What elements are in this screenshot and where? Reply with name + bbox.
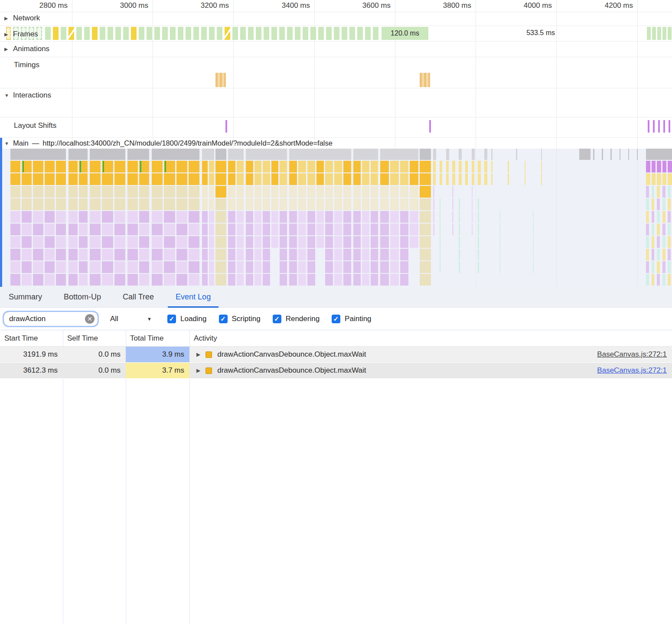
flame-bar[interactable] [353,274,361,286]
track-frames[interactable]: ▶ Frames [4,30,38,39]
flame-bar[interactable] [440,224,441,235]
flame-bar[interactable] [646,186,649,198]
flame-bar[interactable] [215,161,226,172]
flame-bar[interactable] [400,173,409,185]
flame-bar[interactable] [334,274,342,286]
flame-bar[interactable] [362,274,369,286]
flame-bar[interactable] [525,161,526,172]
flame-bar[interactable] [353,186,361,198]
flame-bar[interactable] [280,173,287,185]
flame-bar[interactable] [45,249,55,260]
flame-bar[interactable] [353,224,361,235]
flame-bar[interactable] [271,198,279,210]
flame-bar[interactable] [662,173,667,185]
flame-bar[interactable] [90,186,101,198]
flame-bar[interactable] [246,161,253,172]
flame-bar[interactable] [472,211,473,223]
flame-bar[interactable] [280,224,287,235]
flame-bar[interactable] [254,198,262,210]
flame-bar[interactable] [69,236,78,248]
flame-bar[interactable] [440,198,441,210]
flame-bar[interactable] [410,211,418,223]
flame-bar[interactable] [254,274,262,286]
column-header-total-time[interactable]: Total Time [126,330,189,346]
flame-bar[interactable] [400,236,409,248]
flame-bar[interactable] [334,224,342,235]
flame-bar[interactable] [400,186,409,198]
flame-bar[interactable] [410,161,418,172]
flame-bar[interactable] [90,149,125,160]
flame-bar[interactable] [325,224,333,235]
flame-bar[interactable] [10,161,20,172]
flame-bar[interactable] [56,198,66,210]
flame-bar[interactable] [127,224,138,235]
flame-bar[interactable] [45,261,55,273]
frame-bar-partial[interactable] [131,27,137,40]
flame-bar[interactable] [646,261,649,273]
flame-bar[interactable] [380,149,418,160]
flame-bar[interactable] [176,161,187,172]
track-timings[interactable]: Timings [14,61,39,69]
frame-bar-good[interactable] [657,27,661,40]
flame-bar[interactable] [343,274,351,286]
flame-bar[interactable] [202,274,208,286]
flame-bar[interactable] [33,249,43,260]
flame-bar[interactable] [371,249,378,260]
flame-bar[interactable] [646,161,650,172]
flame-bar[interactable] [390,224,399,235]
flame-bar[interactable] [237,161,244,172]
flame-bar[interactable] [127,261,138,273]
flame-bar[interactable] [446,149,449,160]
flame-bar[interactable] [662,211,665,223]
flame-bar[interactable] [114,274,125,286]
flame-bar[interactable] [33,236,43,248]
flame-bar[interactable] [10,236,20,248]
flame-bar[interactable] [433,186,434,198]
flame-bar[interactable] [371,236,378,248]
flame-bar[interactable] [22,211,32,223]
flame-bar[interactable] [33,161,43,172]
flame-bar[interactable] [189,198,199,210]
flame-bar[interactable] [271,236,279,248]
flame-bar[interactable] [176,186,187,198]
flame-bar[interactable] [334,198,342,210]
frame-bar-good[interactable] [123,27,129,40]
flame-bar[interactable] [209,186,215,198]
frame-bar-good[interactable] [248,27,254,40]
flame-bar[interactable] [90,236,101,248]
flame-bar[interactable] [298,211,306,223]
flame-bar[interactable] [662,261,665,273]
flame-bar[interactable] [165,161,166,172]
flame-bar[interactable] [459,261,460,273]
flame-bar[interactable] [420,173,431,185]
flame-bar[interactable] [79,249,88,260]
filter-category-rendering[interactable]: ✓Rendering [273,315,320,323]
flame-bar[interactable] [114,173,125,185]
flame-bar[interactable] [410,236,418,248]
flame-bar[interactable] [334,249,342,260]
flame-bar[interactable] [254,173,262,185]
flame-bar[interactable] [254,161,262,172]
frame-bar-good[interactable] [209,27,215,40]
flame-bar[interactable] [10,249,20,260]
flame-bar[interactable] [459,161,461,172]
flame-bar[interactable] [22,261,32,273]
flame-bar[interactable] [380,261,389,273]
flame-bar[interactable] [152,186,163,198]
flame-bar[interactable] [459,224,460,235]
flame-bar[interactable] [22,224,32,235]
flame-bar[interactable] [176,236,187,248]
flame-bar[interactable] [202,149,214,160]
flame-bar[interactable] [499,261,500,273]
flame-bar[interactable] [246,249,253,260]
flame-bar[interactable] [452,186,453,198]
tab-event-log[interactable]: Event Log [174,287,212,308]
flame-bar[interactable] [390,198,399,210]
frame-bar-good[interactable] [232,27,238,40]
flame-bar[interactable] [390,173,399,185]
flame-bar[interactable] [657,211,660,223]
flame-bar[interactable] [452,198,453,210]
flame-bar[interactable] [176,224,187,235]
flame-bar[interactable] [127,236,138,248]
flame-bar[interactable] [189,249,199,260]
